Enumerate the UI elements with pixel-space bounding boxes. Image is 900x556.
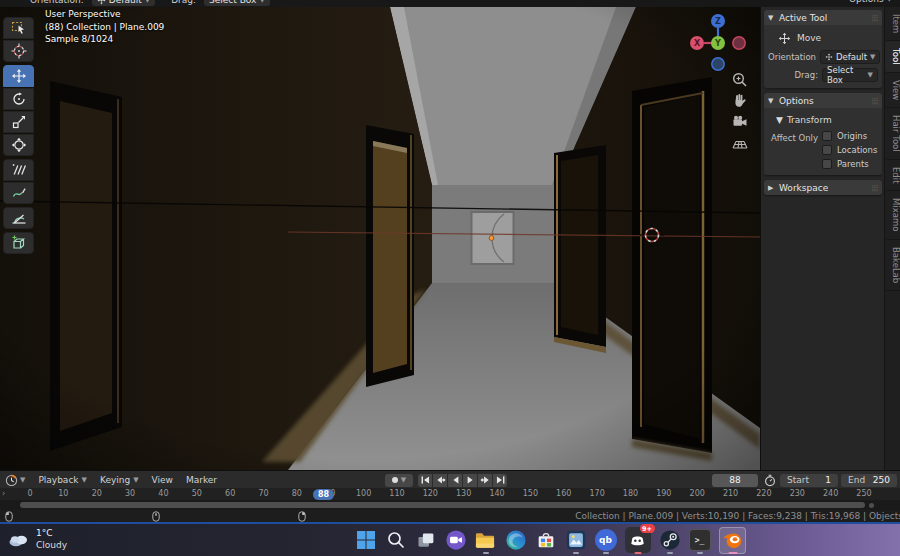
navigation-gizmo[interactable]: Z X Y <box>686 11 750 77</box>
menu-view[interactable]: View <box>152 475 173 485</box>
auto-keying-record-button[interactable]: ▼ <box>385 474 413 487</box>
transform-tool-button[interactable] <box>3 134 34 156</box>
select-box-tool-button[interactable] <box>3 17 34 39</box>
taskbar-video-chat-app[interactable] <box>444 525 467 555</box>
checkbox-origins[interactable] <box>822 131 832 141</box>
draw-tool-button[interactable] <box>3 182 34 204</box>
sidebar-tab-edit[interactable]: Edit <box>885 160 900 191</box>
zoom-icon[interactable] <box>731 71 749 89</box>
timeline-expand-chevron[interactable]: › <box>2 489 5 498</box>
stopwatch-icon[interactable] <box>764 474 776 487</box>
current-frame-field[interactable]: 88 <box>712 474 758 487</box>
rotate-icon <box>11 91 27 107</box>
pan-hand-icon[interactable] <box>731 92 749 110</box>
sidebar-tab-mixamo[interactable]: Mixamo <box>885 191 900 239</box>
play-reverse-button[interactable] <box>448 474 462 487</box>
timeline-clock-icon <box>5 474 18 487</box>
timeline-scrollbar-knob[interactable] <box>869 503 874 508</box>
active-tool-panel-header[interactable]: ▼ Active Tool ⣿⣿ <box>764 10 882 25</box>
active-tool-panel: ▼ Active Tool ⣿⣿ Move Orientation <box>764 10 882 88</box>
status-bar: Collection | Plane.009 | Verts:10,190 | … <box>0 510 900 522</box>
chevron-down-icon: ▼ <box>768 14 776 22</box>
scene-statistics: Collection | Plane.009 | Verts:10,190 | … <box>575 511 900 521</box>
ruler-tick-20: 20 <box>92 489 102 498</box>
transform-subpanel-header[interactable]: ▼ Transform <box>768 113 878 129</box>
viewport-info-overlay: User Perspective (88) Collection | Plane… <box>45 8 164 46</box>
measure-tool-button[interactable] <box>3 207 34 229</box>
panel-grip-icon[interactable]: ⣿⣿ <box>871 184 878 191</box>
play-button[interactable] <box>463 474 477 487</box>
add-cube-icon <box>11 235 27 251</box>
ruler-tick-100: 100 <box>356 489 371 498</box>
annotate-strokes-tool-button[interactable] <box>3 159 34 181</box>
timeline-header: ▼ Playback▼ Keying▼ View Marker ▼ <box>0 470 900 488</box>
workspace-panel-header[interactable]: ▶ Workspace ⣿⣿ <box>764 180 882 195</box>
active-object-label: (88) Collection | Plane.009 <box>45 21 164 34</box>
panel-grip-icon[interactable]: ⣿⣿ <box>871 97 878 104</box>
drag-dropdown[interactable]: Select Box ▼ <box>822 68 878 82</box>
ruler-tick-70: 70 <box>258 489 268 498</box>
add-cube-tool-button[interactable] <box>3 232 34 254</box>
menu-playback[interactable]: Playback▼ <box>38 475 87 485</box>
prev-keyframe-button[interactable] <box>433 474 447 487</box>
orientation-dropdown[interactable]: Default ▼ <box>820 50 880 64</box>
taskbar-edge-browser[interactable] <box>504 525 527 555</box>
chevron-down-icon: ▼ <box>401 476 406 484</box>
jump-to-end-button[interactable] <box>493 474 507 487</box>
taskbar-discord[interactable]: 9+ <box>624 525 651 555</box>
view-perspective-label: User Perspective <box>45 8 164 21</box>
sidebar-tab-hair-tool[interactable]: Hair Tool <box>885 108 900 160</box>
taskbar-search-button[interactable] <box>384 525 407 555</box>
checkbox-locations[interactable] <box>822 145 832 155</box>
camera-view-icon[interactable] <box>731 113 749 131</box>
taskbar-start-button[interactable] <box>354 525 377 555</box>
jump-to-start-button[interactable] <box>418 474 432 487</box>
timeline-scrollbar[interactable] <box>20 502 865 508</box>
orthographic-grid-icon[interactable] <box>731 134 749 152</box>
timeline-ruler[interactable]: › 01020304050607080901001101201301401501… <box>0 488 900 500</box>
taskbar-steam[interactable] <box>658 525 681 555</box>
checkbox-parents[interactable] <box>822 159 832 169</box>
options-panel-header[interactable]: ▼ Options ⣿⣿ <box>764 93 882 108</box>
taskbar-qbittorrent[interactable]: qb <box>594 525 617 555</box>
menu-keying[interactable]: Keying▼ <box>100 475 139 485</box>
sidebar-tab-bakelab[interactable]: BakeLab <box>885 240 900 291</box>
viewport-3d-scene <box>0 7 760 470</box>
3d-viewport[interactable]: User Perspective (88) Collection | Plane… <box>0 7 760 470</box>
cursor-tool-button[interactable] <box>3 40 34 62</box>
play-reverse-icon <box>450 475 461 485</box>
topbar-options-dropdown[interactable]: Options ▼ <box>849 0 892 4</box>
taskbar-photos-app[interactable] <box>564 525 587 555</box>
topbar-drag-dropdown[interactable]: Select Box ▼ <box>204 0 270 6</box>
rotate-tool-button[interactable] <box>3 88 34 110</box>
panel-grip-icon[interactable]: ⣿⣿ <box>871 14 878 21</box>
active-tool-name-row: Move <box>768 30 878 46</box>
move-tool-button[interactable] <box>3 65 34 87</box>
taskbar-file-explorer[interactable] <box>474 525 497 555</box>
chevron-down-icon: ▼ <box>82 476 87 484</box>
taskbar-microsoft-store[interactable] <box>534 525 557 555</box>
windows-start-icon <box>356 530 376 550</box>
taskbar-terminal[interactable]: >_ <box>688 525 711 555</box>
sidebar-tab-tool[interactable]: Tool <box>885 41 900 73</box>
scale-tool-button[interactable] <box>3 111 34 133</box>
menu-marker[interactable]: Marker <box>186 475 217 485</box>
taskbar-weather-widget[interactable]: 1°C Cloudy <box>8 527 67 551</box>
taskbar-task-view-button[interactable] <box>414 525 437 555</box>
sidebar-tab-view[interactable]: View <box>885 73 900 108</box>
topbar-drag-label: Drag: <box>171 0 196 5</box>
next-keyframe-button[interactable] <box>478 474 492 487</box>
sidebar-tab-item[interactable]: Item <box>885 7 900 41</box>
topbar-orientation-dropdown[interactable]: Default ▼ <box>92 0 155 6</box>
affect-only-option-parents[interactable]: Parents <box>822 159 877 169</box>
playhead-badge[interactable]: 88 <box>313 489 334 500</box>
affect-only-option-locations[interactable]: Locations <box>822 145 877 155</box>
editor-type-button[interactable]: ▼ <box>5 474 25 487</box>
taskbar-blender-active[interactable] <box>718 525 747 555</box>
ruler-tick-190: 190 <box>656 489 671 498</box>
frame-start-field[interactable]: Start 1 <box>780 474 838 487</box>
frame-end-field[interactable]: End 250 <box>841 474 897 487</box>
move-icon <box>778 32 791 45</box>
video-chat-icon <box>445 529 467 551</box>
affect-only-option-origins[interactable]: Origins <box>822 131 877 141</box>
